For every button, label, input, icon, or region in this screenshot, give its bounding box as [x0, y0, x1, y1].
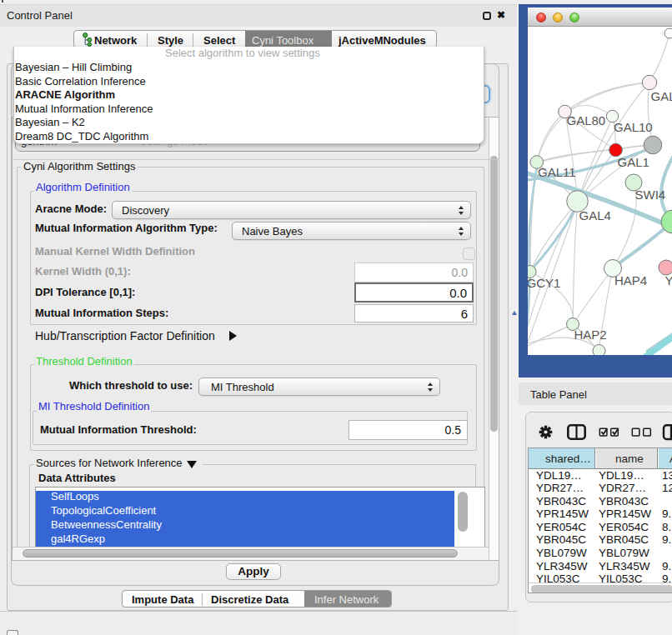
- svg-text:GAL4: GAL4: [579, 208, 611, 222]
- svg-text:YDR: YDR: [665, 273, 672, 288]
- svg-text:HAP2: HAP2: [574, 328, 607, 342]
- svg-text:GAL1: GAL1: [618, 155, 649, 169]
- svg-text:GAL80: GAL80: [651, 89, 672, 103]
- svg-text:HAP4: HAP4: [614, 273, 647, 288]
- svg-text:GAL10: GAL10: [614, 120, 653, 134]
- svg-text:GAL80: GAL80: [567, 113, 606, 128]
- svg-text:SWI4: SWI4: [635, 188, 666, 202]
- svg-text:GAL11: GAL11: [538, 165, 576, 179]
- svg-text:GCY1: GCY1: [528, 276, 560, 290]
